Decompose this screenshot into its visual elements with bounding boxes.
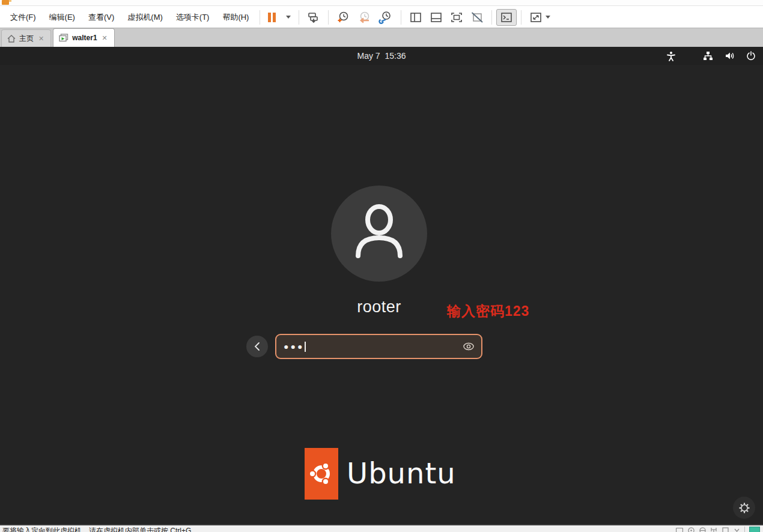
vmware-logo-icon xyxy=(2,0,9,5)
vmware-workstation-window: 文件(F) 编辑(E) 查看(V) 虚拟机(M) 选项卡(T) 帮助(H) xyxy=(0,0,763,532)
send-ctrl-alt-del-icon xyxy=(307,11,320,23)
session-options-button[interactable] xyxy=(733,497,755,519)
person-icon xyxy=(346,201,412,267)
username-label: rooter xyxy=(0,298,758,316)
stretch-guest-icon xyxy=(529,11,543,23)
message-icon[interactable] xyxy=(749,527,760,532)
toolbar-separator xyxy=(491,10,492,25)
chevron-down-icon xyxy=(286,16,291,19)
vm-running-icon xyxy=(59,34,68,42)
ubuntu-logo-badge xyxy=(305,448,338,500)
user-avatar[interactable] xyxy=(331,186,427,282)
show-thumbnail-bar-button[interactable] xyxy=(426,9,446,26)
network-icon[interactable] xyxy=(703,51,713,61)
circle-of-friends-icon xyxy=(309,461,334,486)
show-thumbnail-bar-icon xyxy=(430,11,443,23)
show-library-button[interactable] xyxy=(406,9,426,26)
text-cursor xyxy=(305,342,306,352)
console-view-icon xyxy=(500,11,513,23)
chevron-down-icon[interactable] xyxy=(733,527,740,532)
toolbar-separator xyxy=(521,10,521,25)
tab-label: walter1 xyxy=(72,34,97,42)
network-adapter-icon[interactable] xyxy=(699,527,706,532)
accessibility-icon[interactable] xyxy=(666,51,676,61)
take-snapshot-icon xyxy=(336,11,350,24)
fullscreen-icon xyxy=(450,11,463,23)
chevron-down-icon xyxy=(546,16,550,19)
back-button[interactable] xyxy=(246,336,268,357)
menu-toolbar-row: 文件(F) 编辑(E) 查看(V) 虚拟机(M) 选项卡(T) 帮助(H) xyxy=(0,7,763,28)
usb-icon[interactable] xyxy=(710,527,717,532)
power-icon[interactable] xyxy=(746,51,756,61)
send-ctrl-alt-del-button[interactable] xyxy=(303,9,324,26)
password-input[interactable]: ●●● xyxy=(275,334,482,359)
take-snapshot-button[interactable] xyxy=(333,9,353,26)
toolbar-separator xyxy=(401,10,401,25)
vm-display-ubuntu-login[interactable]: May 7 15:36 xyxy=(0,47,763,524)
revert-snapshot-button[interactable] xyxy=(353,9,375,26)
password-hint-annotation: 输入密码123 xyxy=(447,302,529,321)
fullscreen-button[interactable] xyxy=(446,9,467,26)
menu-file[interactable]: 文件(F) xyxy=(4,10,43,25)
unity-mode-icon xyxy=(470,11,484,23)
gdm-system-tray xyxy=(666,47,756,65)
status-device-icons xyxy=(676,527,760,532)
menu-tabs[interactable]: 选项卡(T) xyxy=(169,10,216,25)
status-separator xyxy=(744,527,745,532)
show-library-icon xyxy=(409,11,422,23)
password-dots: ●●● xyxy=(284,342,304,351)
menu-edit[interactable]: 编辑(E) xyxy=(43,10,82,25)
close-icon[interactable]: ✕ xyxy=(101,34,109,42)
manage-snapshots-button[interactable] xyxy=(375,9,397,26)
status-bar: 要将输入定向到此虚拟机，请在虚拟机内部单击或按 Ctrl+G。 xyxy=(0,524,763,532)
gdm-top-bar: May 7 15:36 xyxy=(0,47,763,65)
revert-snapshot-icon xyxy=(357,11,371,24)
toolbar-separator xyxy=(299,10,299,25)
show-password-button[interactable] xyxy=(463,342,475,351)
menu-help[interactable]: 帮助(H) xyxy=(216,10,255,25)
volume-icon[interactable] xyxy=(725,51,735,61)
clock[interactable]: May 7 15:36 xyxy=(0,47,763,65)
pause-vm-icon xyxy=(268,13,276,22)
stretch-guest-button[interactable] xyxy=(526,9,554,26)
tab-home[interactable]: 主页 ✕ xyxy=(1,29,51,47)
eye-icon xyxy=(463,342,475,351)
pause-vm-button[interactable] xyxy=(264,9,279,26)
cd-rom-icon[interactable] xyxy=(687,527,695,532)
menu-vm[interactable]: 虚拟机(M) xyxy=(121,10,169,25)
hard-disk-icon[interactable] xyxy=(676,527,683,532)
sound-icon[interactable] xyxy=(722,527,729,532)
chevron-left-icon xyxy=(254,342,260,351)
tab-bar: 主页 ✕ walter1 ✕ xyxy=(0,28,763,47)
ubuntu-wordmark: Ubuntu xyxy=(347,456,456,490)
power-dropdown-button[interactable] xyxy=(279,9,294,26)
console-view-button[interactable] xyxy=(496,9,517,26)
tab-walter1[interactable]: walter1 ✕ xyxy=(53,28,115,47)
window-title-strip xyxy=(0,0,763,6)
close-icon[interactable]: ✕ xyxy=(37,35,45,43)
menu-view[interactable]: 查看(V) xyxy=(82,10,121,25)
toolbar-separator xyxy=(260,10,260,25)
home-icon xyxy=(7,35,16,43)
toolbar-separator xyxy=(328,10,329,25)
unity-mode-button[interactable] xyxy=(467,9,487,26)
status-message: 要将输入定向到此虚拟机，请在虚拟机内部单击或按 Ctrl+G。 xyxy=(2,527,198,532)
tab-label: 主页 xyxy=(19,34,34,44)
gear-icon xyxy=(738,502,750,514)
manage-snapshots-icon xyxy=(378,11,393,24)
